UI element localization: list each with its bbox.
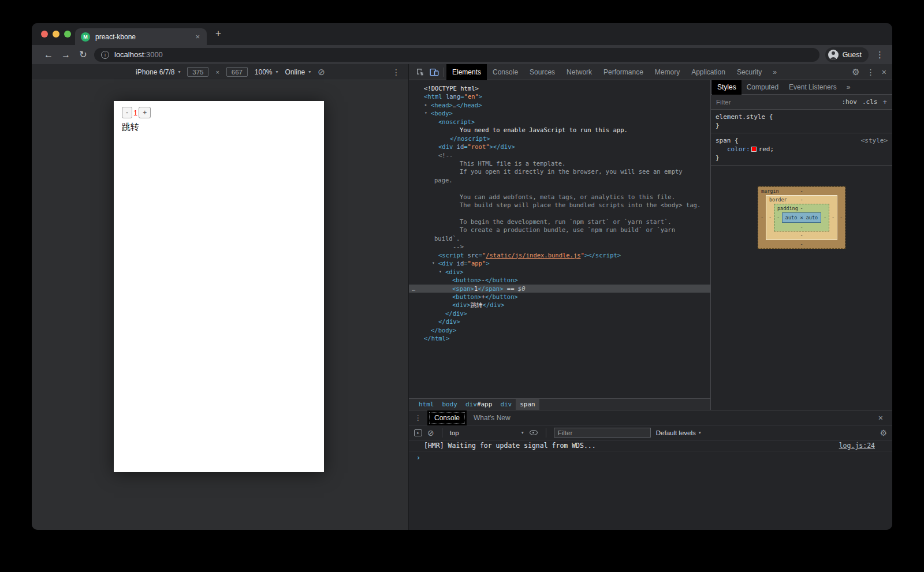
close-window-button[interactable]	[41, 31, 48, 38]
dom-tree-node[interactable]: <script src="/static/js/index.bundle.js"…	[409, 251, 710, 259]
execution-context-select[interactable]: top▾	[450, 429, 524, 436]
boxmodel-value[interactable]: -	[800, 224, 803, 230]
jump-link[interactable]: 跳转	[122, 122, 316, 133]
back-icon[interactable]: ←	[40, 50, 57, 60]
devtools-settings-icon[interactable]: ⚙	[852, 67, 859, 77]
styles-tab-styles[interactable]: Styles	[712, 80, 742, 95]
breadcrumb-item[interactable]: div	[496, 399, 516, 410]
dom-tree-node[interactable]: You need to enable JavaScript to run thi…	[409, 126, 710, 134]
styles-tab-computed[interactable]: Computed	[742, 80, 784, 95]
dom-tree-node[interactable]: The build step will place the bundled sc…	[409, 201, 710, 209]
increment-button[interactable]: +	[139, 107, 151, 118]
breadcrumb-item[interactable]: span	[516, 399, 539, 410]
boxmodel-value[interactable]: -	[800, 205, 803, 211]
rule-origin[interactable]: <style>	[861, 136, 888, 145]
dom-tree-node[interactable]: To create a production bundle, use `npm …	[409, 226, 710, 234]
devtools-tab-memory[interactable]: Memory	[649, 64, 685, 80]
dom-tree-node[interactable]: <noscript>	[409, 118, 710, 126]
dom-tree-node[interactable]: </body>	[409, 326, 710, 334]
boxmodel-margin-ring[interactable]: margin - - border -	[758, 186, 845, 249]
devtools-tab-sources[interactable]: Sources	[524, 64, 561, 80]
dom-tree-node[interactable]: You can add webfonts, meta tags, or anal…	[409, 193, 710, 201]
css-property-value[interactable]: red;	[759, 145, 774, 153]
drawer-close-icon[interactable]: ×	[878, 413, 892, 423]
devtools-tab-application[interactable]: Application	[685, 64, 731, 80]
breadcrumb-item[interactable]: div#app	[461, 399, 496, 410]
dom-tree-node[interactable]: </html>	[409, 334, 710, 342]
profile-chip[interactable]: Guest	[825, 47, 869, 62]
dom-tree-node[interactable]: </noscript>	[409, 134, 710, 143]
inspect-element-icon[interactable]	[413, 65, 427, 79]
device-width-input[interactable]	[187, 67, 208, 77]
device-select[interactable]: iPhone 6/7/8▾	[136, 68, 180, 76]
clear-console-icon[interactable]: ⊘	[427, 428, 434, 438]
decrement-button[interactable]: -	[122, 107, 132, 118]
more-sidebar-tabs-chevron[interactable]: »	[842, 83, 855, 91]
dom-tree-node[interactable]: ▸<head>…</head>	[409, 101, 710, 109]
dom-tree-node[interactable]: build`.	[409, 234, 710, 242]
dom-tree-node[interactable]: …<span>1</span> == $0	[409, 285, 710, 293]
css-declaration[interactable]: color:red;	[716, 145, 888, 154]
forward-icon[interactable]: →	[57, 50, 74, 60]
reload-icon[interactable]: ↻	[74, 49, 92, 60]
dom-tree-node[interactable]: </div>	[409, 317, 710, 326]
boxmodel-padding-ring[interactable]: padding - - auto × auto -	[774, 204, 829, 231]
new-tab-button[interactable]: +	[215, 28, 221, 39]
devtools-tab-elements[interactable]: Elements	[446, 64, 487, 80]
more-tabs-chevron[interactable]: »	[767, 68, 782, 76]
boxmodel-value[interactable]: -	[769, 215, 772, 220]
color-swatch[interactable]	[751, 147, 757, 152]
collapse-arrow-icon[interactable]: ▾	[439, 268, 442, 276]
dom-tree-node[interactable]: <!--	[409, 151, 710, 159]
styles-filter-input[interactable]	[716, 99, 836, 106]
devtools-tab-performance[interactable]: Performance	[598, 64, 649, 80]
dom-tree-node[interactable]: If you open it directly in the browser, …	[409, 167, 710, 175]
dom-tree-node[interactable]: <div>跳转</div>	[409, 301, 710, 309]
boxmodel-value[interactable]: -	[800, 241, 803, 247]
zoom-select[interactable]: 100%▾	[255, 68, 278, 76]
browser-tab[interactable]: M preact-kbone ×	[75, 28, 207, 45]
dom-tree-node[interactable]: <div id="root"></div>	[409, 143, 710, 151]
element-class-toggle[interactable]: .cls	[862, 98, 878, 106]
dom-tree-node[interactable]: To begin the development, run `npm start…	[409, 218, 710, 226]
breadcrumb-item[interactable]: body	[438, 399, 462, 410]
console-prompt[interactable]: ›	[409, 451, 892, 462]
live-expression-eye-icon[interactable]	[529, 429, 538, 436]
console-settings-icon[interactable]: ⚙	[880, 428, 887, 438]
boxmodel-value[interactable]: -	[832, 215, 834, 220]
pseudo-state-toggle[interactable]: :hov	[841, 98, 857, 106]
breadcrumb-item[interactable]: html	[415, 399, 438, 410]
site-info-icon[interactable]: i	[101, 51, 109, 59]
device-toolbar-toggle-icon[interactable]	[427, 65, 441, 79]
minimize-window-button[interactable]	[53, 31, 59, 38]
dom-tree-node[interactable]: ▾<body>	[409, 109, 710, 117]
device-toolbar-menu-icon[interactable]: ⋮	[392, 68, 400, 77]
dom-tree-node[interactable]: <button>+</button>	[409, 293, 710, 301]
drawer-menu-icon[interactable]: ⋮	[409, 414, 427, 422]
devtools-tab-security[interactable]: Security	[731, 64, 767, 80]
devtools-tab-network[interactable]: Network	[561, 64, 598, 80]
collapse-arrow-icon[interactable]: ▾	[432, 259, 435, 267]
url-bar[interactable]: i localhost:3000	[94, 48, 819, 62]
boxmodel-value[interactable]: -	[800, 233, 803, 238]
devtools-tab-console[interactable]: Console	[487, 64, 524, 80]
new-style-rule-button[interactable]: +	[882, 98, 887, 106]
dom-tree-node[interactable]: <html lang="en">	[409, 92, 710, 100]
styles-tab-event-listeners[interactable]: Event Listeners	[784, 80, 842, 95]
boxmodel-value[interactable]: -	[840, 215, 843, 220]
console-sidebar-toggle-icon[interactable]: ▸	[414, 429, 422, 436]
throttling-select[interactable]: Online▾	[285, 68, 311, 76]
dom-tree-node[interactable]: page.	[409, 176, 710, 184]
console-filter-input[interactable]	[554, 428, 651, 438]
zoom-window-button[interactable]	[64, 31, 71, 38]
css-property-name[interactable]: color:	[727, 145, 750, 153]
boxmodel-value[interactable]: -	[824, 215, 826, 220]
dom-tree-node[interactable]: -->	[409, 242, 710, 251]
log-levels-select[interactable]: Default levels▾	[656, 429, 701, 436]
dom-tree-node[interactable]	[409, 210, 710, 218]
span-style-rule[interactable]: span { <style> color:red; }	[711, 133, 892, 166]
boxmodel-border-ring[interactable]: border - - padding	[766, 195, 837, 240]
dom-tree-node[interactable]: <button>-</button>	[409, 276, 710, 284]
dom-tree-node[interactable]: ▾<div>	[409, 268, 710, 276]
collapse-arrow-icon[interactable]: ▾	[424, 109, 427, 117]
